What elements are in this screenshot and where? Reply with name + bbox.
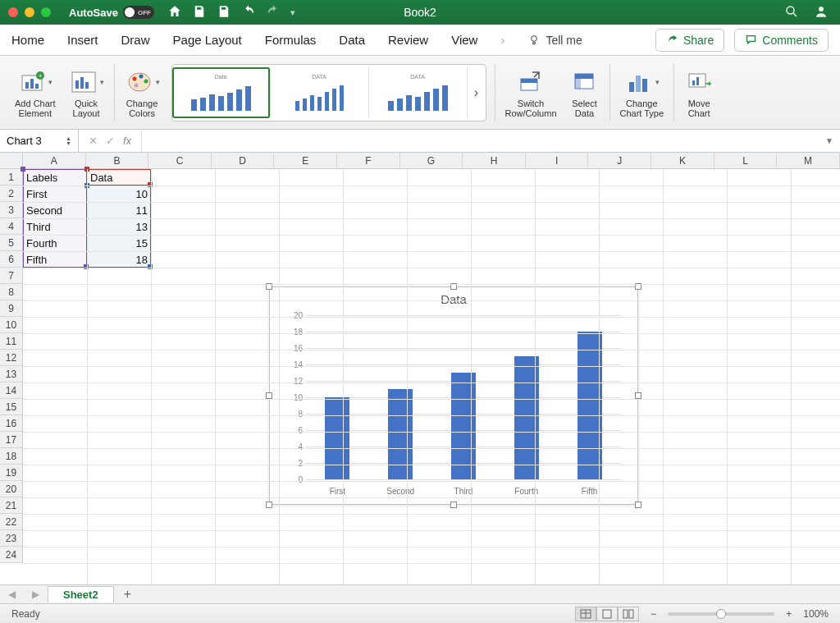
cell-B5[interactable]: 15 (87, 235, 151, 251)
add-sheet-button[interactable]: + (124, 587, 131, 602)
home-icon[interactable] (167, 4, 182, 21)
maximize-window-icon[interactable] (41, 7, 51, 17)
cell-A3[interactable]: Second (23, 202, 87, 218)
save-icon[interactable] (192, 4, 207, 21)
cell-A4[interactable]: Third (23, 218, 87, 235)
cell-A1[interactable]: Labels (23, 169, 87, 186)
tab-data[interactable]: Data (339, 33, 365, 47)
sheet-tab-active[interactable]: Sheet2 (48, 586, 114, 602)
tab-home[interactable]: Home (11, 33, 44, 47)
tab-formulas[interactable]: Formulas (265, 33, 317, 47)
zoom-slider-knob[interactable] (716, 609, 726, 619)
zoom-out-button[interactable]: − (651, 608, 656, 620)
column-header[interactable]: B (86, 153, 149, 169)
sheet-nav-next-icon[interactable]: ▶ (24, 589, 48, 600)
row-header[interactable]: 23 (0, 530, 23, 547)
zoom-slider[interactable] (668, 612, 774, 616)
cell-A6[interactable]: Fifth (23, 251, 87, 268)
column-header[interactable]: G (400, 153, 463, 169)
cancel-formula-icon[interactable]: ✕ (89, 135, 98, 147)
row-header[interactable]: 11 (0, 333, 23, 350)
comments-button[interactable]: Comments (734, 29, 829, 52)
row-header[interactable]: 24 (0, 547, 23, 563)
cell-B4[interactable]: 13 (87, 218, 151, 235)
enter-formula-icon[interactable]: ✓ (106, 135, 115, 147)
select-data-button[interactable]: Select Data (564, 59, 606, 126)
close-window-icon[interactable] (8, 7, 18, 17)
tab-page-layout[interactable]: Page Layout (173, 33, 242, 47)
row-header[interactable]: 3 (0, 202, 23, 218)
change-chart-type-button[interactable]: ▾ Change Chart Type (614, 59, 671, 126)
tab-view[interactable]: View (451, 33, 477, 47)
row-header[interactable]: 21 (0, 497, 23, 514)
row-header[interactable]: 7 (0, 268, 23, 284)
row-header[interactable]: 2 (0, 186, 23, 202)
save-as-icon[interactable] (217, 4, 231, 21)
row-header[interactable]: 20 (0, 481, 23, 497)
column-header[interactable]: A (23, 153, 86, 169)
switch-row-column-button[interactable]: Switch Row/Column (499, 59, 564, 126)
row-header[interactable]: 16 (0, 415, 23, 432)
autosave-toggle[interactable]: AutoSave OFF (69, 6, 154, 19)
redo-icon[interactable] (266, 4, 281, 21)
row-header[interactable]: 14 (0, 383, 23, 399)
row-header[interactable]: 6 (0, 251, 23, 268)
undo-icon[interactable] (241, 4, 256, 21)
chart-resize-handle[interactable] (266, 392, 272, 399)
column-header[interactable]: L (714, 153, 778, 169)
cell-B1[interactable]: Data (87, 169, 151, 186)
chart-bar[interactable] (451, 373, 476, 479)
row-header[interactable]: 1 (0, 169, 23, 186)
change-colors-button[interactable]: ▾ Change Colors (118, 59, 167, 126)
page-break-view-button[interactable] (618, 607, 639, 621)
column-header[interactable]: D (212, 153, 275, 169)
formula-input[interactable] (141, 130, 825, 152)
row-header[interactable]: 13 (0, 366, 23, 383)
chart-bar[interactable] (325, 397, 349, 479)
cell-B6[interactable]: 18 (87, 251, 151, 268)
tab-draw[interactable]: Draw (121, 33, 150, 47)
column-header[interactable]: I (526, 153, 589, 169)
cell-A5[interactable]: Fourth (23, 235, 87, 251)
tab-review[interactable]: Review (388, 33, 428, 47)
add-chart-element-button[interactable]: +▾ Add Chart Element (8, 59, 62, 126)
formula-bar-expand-icon[interactable]: ▼ (825, 136, 840, 145)
more-tabs-icon[interactable]: › (500, 33, 504, 47)
chart-plot-area[interactable]: 02468101214161820FirstSecondThirdFourthF… (306, 315, 621, 479)
move-chart-button[interactable]: Move Chart (678, 59, 720, 126)
chart-style-3[interactable]: DATA (369, 67, 468, 118)
column-header[interactable]: C (148, 153, 212, 169)
tab-insert[interactable]: Insert (67, 33, 98, 47)
chart-resize-handle[interactable] (635, 502, 641, 508)
qat-customize-icon[interactable]: ▾ (290, 7, 295, 18)
row-header[interactable]: 15 (0, 399, 23, 415)
minimize-window-icon[interactable] (25, 7, 34, 17)
row-header[interactable]: 22 (0, 514, 23, 530)
row-header[interactable]: 8 (0, 284, 23, 300)
chart-title[interactable]: Data (270, 287, 637, 311)
namebox-stepper[interactable]: ▲▼ (66, 136, 71, 146)
row-header[interactable]: 18 (0, 448, 23, 465)
chart-bar[interactable] (388, 389, 413, 479)
page-layout-view-button[interactable] (596, 607, 618, 621)
chart-resize-handle[interactable] (450, 502, 457, 508)
row-header[interactable]: 9 (0, 300, 23, 317)
column-header[interactable]: K (651, 153, 714, 169)
cell-B2[interactable]: 10 (87, 186, 151, 202)
column-header[interactable]: E (274, 153, 337, 169)
row-header[interactable]: 17 (0, 432, 23, 448)
chart-resize-handle[interactable] (635, 392, 641, 399)
row-header[interactable]: 4 (0, 218, 23, 235)
chart-style-1[interactable]: Data (172, 67, 271, 118)
share-button[interactable]: Share (655, 29, 724, 52)
row-header[interactable]: 12 (0, 350, 23, 366)
search-icon[interactable] (784, 4, 799, 21)
row-header[interactable]: 5 (0, 235, 23, 251)
tell-me-search[interactable]: Tell me (527, 34, 582, 47)
column-header[interactable]: F (337, 153, 400, 169)
embedded-chart[interactable]: Data 02468101214161820FirstSecondThirdFo… (269, 286, 638, 505)
name-box[interactable]: Chart 3 ▲▼ (0, 130, 79, 152)
quick-layout-button[interactable]: ▾ Quick Layout (62, 59, 111, 126)
chart-styles-gallery[interactable]: Data DATA DATA › (171, 64, 486, 121)
gallery-next-icon[interactable]: › (468, 85, 486, 100)
